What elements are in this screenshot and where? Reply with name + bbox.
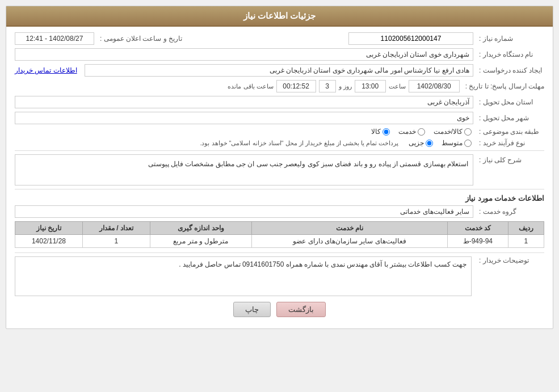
city-label: شهر محل تحویل : bbox=[476, 114, 544, 122]
general-desc-row: شرح کلی نیاز : استعلام بهسازی قسمتی از پ… bbox=[15, 154, 544, 186]
requester-row: ایجاد کننده درخواست : هادی ارفع نیا کارش… bbox=[15, 64, 544, 77]
order-number-value: 1102005612000147 bbox=[348, 32, 473, 45]
deadline-time-label: ساعت bbox=[389, 83, 406, 90]
table-row: 1949-94-طفعالیت‌های سایر سازمان‌های دارا… bbox=[15, 235, 544, 248]
service-group-value: سایر فعالیت‌های خدماتی bbox=[15, 205, 473, 218]
col-header-unit: واحد اندازه گیری bbox=[150, 222, 251, 235]
order-number-label: شماره نیاز : bbox=[476, 35, 544, 43]
province-label: استان محل تحویل : bbox=[476, 98, 544, 106]
col-header-date: تاریخ نیاز bbox=[15, 222, 83, 235]
buyer-notes-row: توضیحات خریدار : جهت کسب اطلاعات بیشتر ب… bbox=[15, 256, 544, 296]
category-radio-group: کالا/خدمت خدمت کالا bbox=[371, 128, 472, 136]
purchase-motavaset-label: متوسط bbox=[442, 139, 463, 147]
province-row: استان محل تحویل : آذربایجان غربی bbox=[15, 96, 544, 108]
order-announce-row: شماره نیاز : 1102005612000147 تاریخ و سا… bbox=[15, 32, 544, 45]
deadline-remaining: 00:12:52 bbox=[276, 80, 316, 92]
table-cell: 1 bbox=[82, 235, 150, 248]
category-kala-label: کالا bbox=[371, 128, 381, 136]
services-section-title: اطلاعات خدمات مورد نیاز bbox=[15, 194, 544, 203]
table-cell: 1402/11/28 bbox=[15, 235, 83, 248]
buyer-org-label: نام دستگاه خریدار : bbox=[476, 50, 544, 58]
services-table-header-row: ردیف کد خدمت نام خدمت واحد اندازه گیری ت… bbox=[15, 222, 544, 235]
buyer-org-row: نام دستگاه خریدار : شهرداری خوی استان اذ… bbox=[15, 48, 544, 61]
requester-value: هادی ارفع نیا کارشناس امور مالی شهرداری … bbox=[85, 64, 473, 77]
purchase-motavaset-radio[interactable] bbox=[464, 140, 472, 147]
purchase-jozi-item: جزیی bbox=[409, 139, 433, 147]
contact-link[interactable]: اطلاعات تماس خریدار bbox=[15, 66, 77, 74]
col-header-service-code: کد خدمت bbox=[448, 222, 508, 235]
deadline-days: 3 bbox=[319, 80, 336, 92]
purchase-type-row: نوع فرآیند خرید : متوسط جزیی پرداخت تمام… bbox=[15, 139, 544, 147]
purchase-motavaset-item: متوسط bbox=[442, 139, 472, 147]
service-group-row: گروه خدمت : سایر فعالیت‌های خدماتی bbox=[15, 205, 544, 218]
announce-datetime-value: 1402/08/27 - 12:41 bbox=[15, 32, 94, 45]
divider-2 bbox=[15, 189, 544, 189]
purchase-desc: پرداخت تمام یا بخشی از مبلغ خریدار از مح… bbox=[15, 140, 398, 147]
card-header: جزئیات اطلاعات نیاز bbox=[6, 6, 553, 27]
main-card: جزئیات اطلاعات نیاز شماره نیاز : 1102005… bbox=[6, 6, 553, 329]
province-value: آذربایجان غربی bbox=[15, 96, 473, 108]
card-body: شماره نیاز : 1102005612000147 تاریخ و سا… bbox=[6, 27, 553, 328]
purchase-jozi-label: جزیی bbox=[409, 139, 424, 147]
buttons-row: بازگشت چاپ bbox=[15, 302, 544, 323]
category-khedmat-label: خدمت bbox=[398, 128, 416, 136]
table-cell: 1 bbox=[508, 235, 544, 248]
services-table: ردیف کد خدمت نام خدمت واحد اندازه گیری ت… bbox=[15, 221, 544, 248]
deadline-row: مهلت ارسال پاسخ: تا تاریخ : 1402/08/30 س… bbox=[15, 80, 544, 92]
category-khedmat-radio[interactable] bbox=[418, 128, 425, 136]
table-cell: مترطول و متر مربع bbox=[150, 235, 251, 248]
buyer-notes-label: توضیحات خریدار : bbox=[476, 256, 544, 296]
category-kala-item: کالا bbox=[371, 128, 390, 136]
announce-datetime-label: تاریخ و ساعت اعلان عمومی : bbox=[97, 35, 182, 43]
divider-3 bbox=[15, 252, 544, 253]
deadline-time-remaining-label: ساعت باقی مانده bbox=[228, 83, 273, 90]
category-label: طبقه بندی موضوعی : bbox=[476, 128, 544, 136]
category-kala-khedmat-label: کالا/خدمت bbox=[434, 128, 463, 136]
deadline-date: 1402/08/30 bbox=[409, 80, 460, 92]
services-table-body: 1949-94-طفعالیت‌های سایر سازمان‌های دارا… bbox=[15, 235, 544, 248]
buyer-notes-value: جهت کسب اطلاعات بیشتر با آقای مهندس نمدی… bbox=[15, 256, 472, 296]
print-button[interactable]: چاپ bbox=[233, 302, 271, 317]
purchase-type-label: نوع فرآیند خرید : bbox=[476, 139, 544, 147]
category-kala-khedmat-item: کالا/خدمت bbox=[434, 128, 472, 136]
category-khedmat-item: خدمت bbox=[398, 128, 425, 136]
category-row: طبقه بندی موضوعی : کالا/خدمت خدمت کالا bbox=[15, 128, 544, 136]
divider-1 bbox=[15, 150, 544, 151]
city-row: شهر محل تحویل : خوی bbox=[15, 112, 544, 124]
general-desc-label: شرح کلی نیاز : bbox=[476, 154, 544, 164]
col-header-row-num: ردیف bbox=[508, 222, 544, 235]
service-group-label: گروه خدمت : bbox=[476, 208, 544, 216]
category-kala-radio[interactable] bbox=[383, 128, 390, 136]
deadline-days-label: روز و bbox=[339, 83, 352, 90]
purchase-jozi-radio[interactable] bbox=[426, 140, 433, 147]
col-header-quantity: تعداد / مقدار bbox=[82, 222, 150, 235]
table-cell: فعالیت‌های سایر سازمان‌های دارای عضو bbox=[251, 235, 447, 248]
back-button[interactable]: بازگشت bbox=[276, 302, 326, 317]
requester-label: ایجاد کننده درخواست : bbox=[476, 66, 544, 74]
purchase-radio-group: متوسط جزیی bbox=[409, 139, 472, 147]
buyer-org-value: شهرداری خوی استان اذربایجان غربی bbox=[15, 48, 473, 61]
table-cell: 949-94-ط bbox=[448, 235, 508, 248]
services-table-head: ردیف کد خدمت نام خدمت واحد اندازه گیری ت… bbox=[15, 222, 544, 235]
category-kala-khedmat-radio[interactable] bbox=[464, 128, 472, 136]
deadline-time: 13:00 bbox=[355, 80, 386, 92]
city-value: خوی bbox=[15, 112, 473, 124]
general-desc-value: استعلام بهسازی قسمتی از پیاده رو و باند … bbox=[15, 154, 473, 186]
card-title: جزئیات اطلاعات نیاز bbox=[243, 11, 316, 20]
col-header-service-name: نام خدمت bbox=[251, 222, 447, 235]
deadline-label: مهلت ارسال پاسخ: تا تاریخ : bbox=[463, 82, 544, 90]
